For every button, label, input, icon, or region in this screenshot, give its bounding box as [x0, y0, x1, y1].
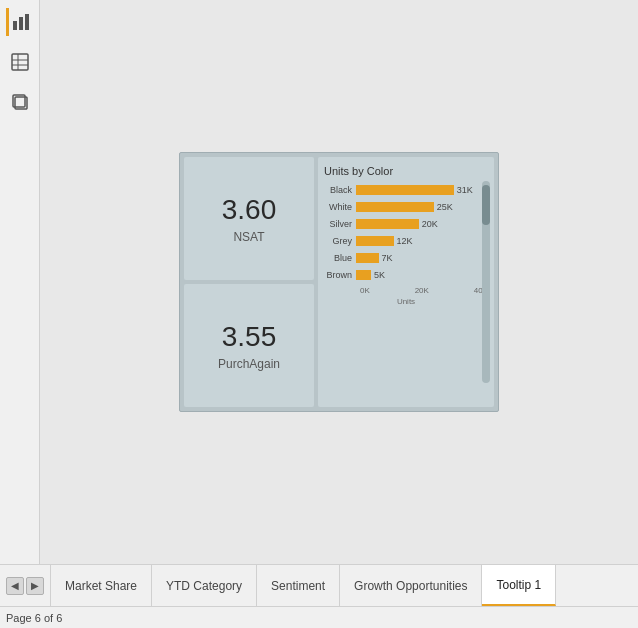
bar-value: 12K — [397, 236, 413, 246]
card-container: 3.60 NSAT 3.55 PurchAgain Units by Color… — [179, 152, 499, 412]
bar-label: Blue — [324, 253, 356, 263]
main-area: 3.60 NSAT 3.55 PurchAgain Units by Color… — [0, 0, 638, 564]
purch-again-value: 3.55 — [222, 320, 277, 354]
table-icon[interactable] — [6, 48, 34, 76]
bar-fill — [356, 185, 454, 195]
axis-title: Units — [324, 297, 488, 306]
bar-fill — [356, 270, 371, 280]
layers-icon[interactable] — [6, 88, 34, 116]
purch-again-card: 3.55 PurchAgain — [184, 284, 314, 407]
svg-rect-2 — [25, 14, 29, 30]
scrollbar-area[interactable] — [482, 181, 490, 383]
axis-label-0k: 0K — [360, 286, 370, 295]
bar-row: Blue7K — [324, 251, 488, 265]
bar-value: 31K — [457, 185, 473, 195]
status-bar: Page 6 of 6 — [0, 606, 638, 628]
bar-fill — [356, 202, 434, 212]
bar-label: White — [324, 202, 356, 212]
bar-fill — [356, 236, 394, 246]
bar-chart-icon[interactable] — [6, 8, 34, 36]
scrollbar-thumb — [482, 185, 490, 225]
svg-rect-3 — [12, 54, 28, 70]
prev-button[interactable]: ◀ — [6, 577, 24, 595]
tab-sentiment[interactable]: Sentiment — [257, 565, 340, 606]
next-button[interactable]: ▶ — [26, 577, 44, 595]
bar-track: 31K — [356, 185, 488, 195]
svg-rect-1 — [19, 17, 23, 30]
axis-labels: 0K 20K 40K — [360, 286, 488, 295]
bar-label: Brown — [324, 270, 356, 280]
bar-value: 5K — [374, 270, 385, 280]
bar-value: 25K — [437, 202, 453, 212]
chart-axis: 0K 20K 40K — [324, 286, 488, 295]
tabs-container: Market ShareYTD CategorySentimentGrowth … — [51, 565, 638, 606]
tab-nav: ◀ ▶ — [0, 565, 51, 606]
bar-label: Grey — [324, 236, 356, 246]
axis-label-20k: 20K — [415, 286, 429, 295]
svg-rect-0 — [13, 21, 17, 30]
sidebar — [0, 0, 40, 564]
bar-row: Brown5K — [324, 268, 488, 282]
tab-bar: ◀ ▶ Market ShareYTD CategorySentimentGro… — [0, 564, 638, 606]
tab-market-share[interactable]: Market Share — [51, 565, 152, 606]
right-panel: Units by Color Black31KWhite25KSilver20K… — [318, 157, 494, 407]
left-panel: 3.60 NSAT 3.55 PurchAgain — [184, 157, 314, 407]
page-info: Page 6 of 6 — [6, 612, 62, 624]
bar-fill — [356, 253, 379, 263]
nsat-card: 3.60 NSAT — [184, 157, 314, 280]
bar-label: Black — [324, 185, 356, 195]
bar-value: 7K — [382, 253, 393, 263]
bar-track: 20K — [356, 219, 488, 229]
bar-row: Grey12K — [324, 234, 488, 248]
nsat-label: NSAT — [233, 230, 264, 244]
bar-label: Silver — [324, 219, 356, 229]
tab-tooltip-1[interactable]: Tooltip 1 — [482, 565, 556, 606]
content-area: 3.60 NSAT 3.55 PurchAgain Units by Color… — [40, 0, 638, 564]
bar-row: Black31K — [324, 183, 488, 197]
bar-value: 20K — [422, 219, 438, 229]
purch-again-label: PurchAgain — [218, 357, 280, 371]
bar-fill — [356, 219, 419, 229]
bar-row: White25K — [324, 200, 488, 214]
tab-ytd-category[interactable]: YTD Category — [152, 565, 257, 606]
nsat-value: 3.60 — [222, 193, 277, 227]
bar-track: 12K — [356, 236, 488, 246]
bar-chart: Black31KWhite25KSilver20KGrey12KBlue7KBr… — [324, 183, 488, 282]
bar-track: 5K — [356, 270, 488, 280]
bar-row: Silver20K — [324, 217, 488, 231]
tab-growth-opportunities[interactable]: Growth Opportunities — [340, 565, 482, 606]
bar-track: 7K — [356, 253, 488, 263]
bar-track: 25K — [356, 202, 488, 212]
chart-title: Units by Color — [324, 165, 488, 177]
